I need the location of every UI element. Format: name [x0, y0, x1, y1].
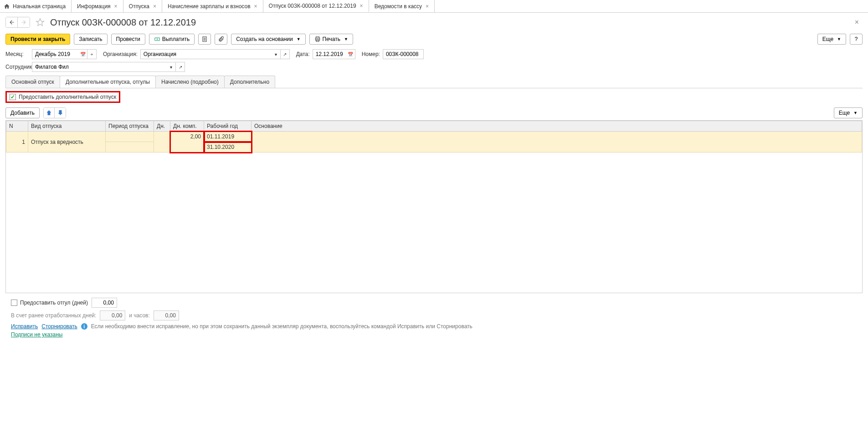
cell-comp-days[interactable]: 2,00 [170, 132, 204, 153]
tab-payroll[interactable]: Начисление зарплаты и взносов × [162, 0, 263, 12]
arrow-right-icon [21, 19, 27, 25]
col-n[interactable]: N [6, 121, 28, 132]
table-toolbar: Добавить 🡅 🡇 Еще▼ [5, 107, 863, 118]
home-icon [4, 3, 10, 10]
cell-work-year-to[interactable]: 31.10.2020 [204, 142, 252, 153]
forward-button[interactable] [18, 17, 30, 27]
tab-additional-vacations[interactable]: Дополнительные отпуска, отгулы [60, 76, 156, 88]
otgul-days-input[interactable] [92, 298, 117, 308]
move-down-button[interactable]: 🡇 [55, 108, 66, 118]
create-based-button[interactable]: Создать на основании▼ [231, 34, 305, 45]
calendar-icon[interactable]: 📅 [346, 49, 355, 59]
attach-button[interactable] [215, 34, 227, 45]
col-type[interactable]: Вид отпуска [28, 121, 106, 132]
date-input[interactable] [313, 49, 346, 59]
toolbar: Провести и закрыть Записать Провести Вып… [0, 32, 868, 49]
checkbox-icon [11, 300, 17, 306]
employee-input-group: ▾ ↗ [32, 62, 185, 72]
info-text: Если необходимо внести исправление, но п… [91, 323, 473, 330]
arrow-down-icon: 🡇 [57, 110, 63, 117]
open-icon[interactable]: ↗ [176, 62, 185, 72]
form-area: Месяц: 📅 ÷ Организация: ▾ ↗ Дата: 📅 Номе… [0, 49, 868, 342]
document-button[interactable] [198, 34, 211, 45]
close-icon[interactable]: × [254, 3, 257, 10]
tab-accrued-detail[interactable]: Начислено (подробно) [155, 76, 225, 88]
org-input[interactable] [140, 49, 272, 59]
cell-n[interactable]: 1 [6, 132, 28, 153]
tab-vacations[interactable]: Отпуска × [123, 0, 162, 12]
cell-type[interactable]: Отпуск за вредность [28, 132, 106, 153]
tab-label: Отпуска [129, 3, 149, 10]
move-up-button[interactable]: 🡅 [44, 108, 55, 118]
tab-additional[interactable]: Дополнительно [224, 76, 275, 88]
app-tabs-bar: Начальная страница Информация × Отпуска … [0, 0, 868, 13]
cell-days[interactable] [154, 132, 170, 153]
hours-label: и часов: [129, 312, 149, 319]
checkbox-icon [10, 94, 16, 100]
employee-label: Сотрудник: [5, 64, 29, 70]
cell-work-year-from[interactable]: 01.11.2019 [204, 132, 252, 142]
more-button[interactable]: Еще▼ [817, 34, 846, 45]
open-icon[interactable]: ↗ [281, 49, 290, 59]
post-button[interactable]: Провести [111, 34, 145, 45]
storno-link[interactable]: Сторнировать [41, 323, 77, 330]
chevron-down-icon[interactable]: ▾ [272, 49, 281, 59]
paperclip-icon [218, 36, 224, 42]
tab-label: Отпуск 00ЗК-000008 от 12.12.2019 [269, 3, 356, 9]
chevron-down-icon[interactable]: ▾ [167, 62, 176, 72]
add-row-button[interactable]: Добавить [5, 107, 40, 118]
close-page-button[interactable]: × [851, 16, 863, 28]
close-icon[interactable]: × [426, 3, 429, 10]
col-work-year[interactable]: Рабочий год [204, 121, 252, 132]
cell-period-from[interactable] [106, 132, 154, 142]
provide-otgul-checkbox[interactable]: Предоставить отгул (дней) [11, 300, 88, 306]
table-header-row: N Вид отпуска Период отпуска Дн. Дн. ком… [6, 121, 862, 132]
table-more-button[interactable]: Еще▼ [834, 107, 863, 118]
cell-period-to[interactable] [106, 142, 154, 153]
highlight-provide-additional: Предоставить дополнительный отпуск [5, 91, 120, 103]
col-period[interactable]: Период отпуска [106, 121, 154, 132]
printer-icon [314, 36, 321, 42]
title-bar: Отпуск 00ЗК-000008 от 12.12.2019 × [0, 13, 868, 32]
col-comp-days[interactable]: Дн. комп. [170, 121, 204, 132]
tab-current-vacation[interactable]: Отпуск 00ЗК-000008 от 12.12.2019 × [263, 0, 369, 12]
close-icon[interactable]: × [153, 3, 156, 10]
star-icon[interactable] [36, 18, 45, 27]
back-button[interactable] [6, 17, 18, 27]
number-input[interactable] [383, 49, 424, 59]
month-input[interactable] [32, 49, 78, 59]
table-row[interactable]: 1 Отпуск за вредность 2,00 01.11.2019 [6, 132, 862, 142]
close-icon[interactable]: × [360, 3, 363, 9]
post-close-button[interactable]: Провести и закрыть [5, 34, 70, 45]
print-button[interactable]: Печать▼ [309, 34, 353, 45]
worked-hours-input[interactable] [154, 310, 179, 320]
tab-label: Ведомости в кассу [375, 3, 422, 10]
number-label: Номер: [362, 51, 380, 57]
pay-button[interactable]: Выплатить [149, 34, 195, 45]
tab-label: Информация [77, 3, 110, 10]
tab-cash-statements[interactable]: Ведомости в кассу × [369, 0, 435, 12]
worked-days-input[interactable] [100, 310, 125, 320]
tab-main-vacation[interactable]: Основной отпуск [5, 76, 60, 88]
save-button[interactable]: Записать [74, 34, 107, 45]
info-icon: i [81, 323, 87, 330]
signatures-link[interactable]: Подписи не указаны [11, 331, 62, 338]
close-icon[interactable]: × [114, 3, 118, 10]
stepper-icon[interactable]: ÷ [87, 49, 97, 59]
calendar-icon[interactable]: 📅 [78, 49, 87, 59]
tab-home[interactable]: Начальная страница [0, 0, 72, 12]
col-basis[interactable]: Основание [252, 121, 862, 132]
document-icon [201, 36, 208, 42]
move-row-buttons: 🡅 🡇 [43, 107, 66, 118]
cell-basis[interactable] [252, 132, 862, 153]
date-label: Дата: [296, 51, 310, 57]
tab-info[interactable]: Информация × [72, 0, 123, 12]
fix-link[interactable]: Исправить [11, 323, 38, 330]
help-button[interactable]: ? [850, 34, 863, 45]
employee-input[interactable] [32, 62, 167, 72]
tab-label: Начальная страница [13, 3, 66, 10]
page-title: Отпуск 00ЗК-000008 от 12.12.2019 [50, 17, 196, 28]
month-label: Месяц: [5, 51, 29, 57]
col-days[interactable]: Дн. [154, 121, 170, 132]
provide-additional-checkbox[interactable]: Предоставить дополнительный отпуск [10, 94, 116, 100]
